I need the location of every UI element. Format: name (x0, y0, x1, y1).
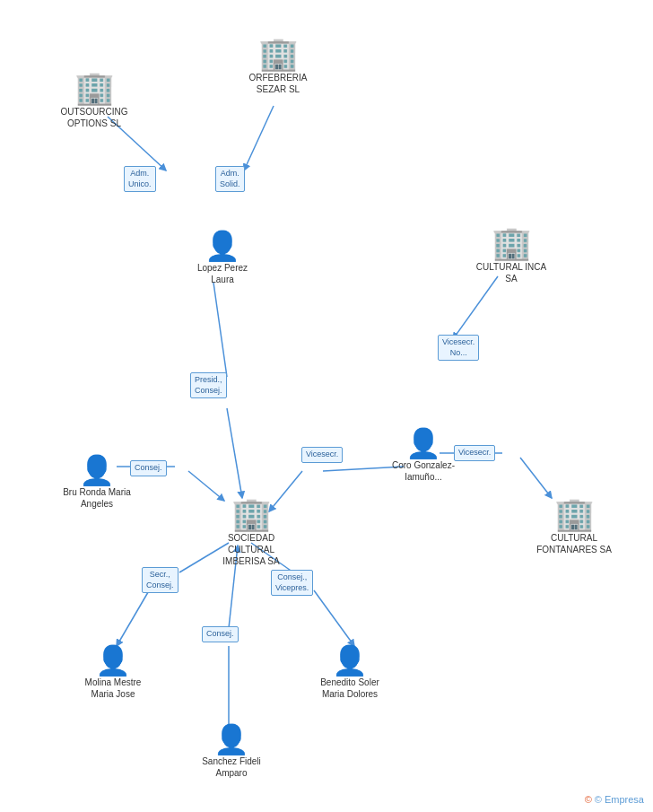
svg-line-2 (213, 283, 227, 377)
node-cultural-inca[interactable]: 🏢 CULTURAL INCA SA (475, 227, 547, 284)
svg-line-4 (453, 276, 498, 339)
person-icon-coro: 👤 (405, 429, 441, 458)
label-cultural-fontanares: CULTURAL FONTANARES SA (534, 532, 614, 555)
label-sociedad: SOCIEDAD CULTURAL IMBERISA SA (211, 532, 292, 567)
label-outsourcing: OUTSOURCING OPTIONS SL (54, 106, 135, 129)
building-icon-orfebreria: 🏢 (258, 38, 299, 70)
label-sanchez: Sanchez Fideli Amparo (196, 755, 267, 779)
badge-presid-consej: Presid.,Consej. (190, 372, 227, 398)
badge-adm-solid: Adm.Solid. (215, 166, 245, 192)
badge-consej-sanchez: Consej. (202, 626, 239, 642)
svg-line-14 (314, 590, 354, 646)
node-orfebreria[interactable]: 🏢 ORFEBRERIA SEZAR SL (242, 38, 314, 95)
node-benedito[interactable]: 👤 Benedito Soler Maria Dolores (314, 646, 386, 700)
node-molina[interactable]: 👤 Molina Mestre Maria Jose (77, 646, 149, 700)
badge-vicesecr-coro-right: Vicesecr. (454, 445, 495, 461)
label-lopez: Lopez Perez Laura (187, 262, 258, 285)
node-sociedad[interactable]: 🏢 SOCIEDAD CULTURAL IMBERISA SA (211, 498, 292, 567)
person-icon-benedito: 👤 (332, 646, 368, 675)
badge-consej-vicepres: Consej.,Vicepres. (271, 570, 313, 596)
label-benedito: Benedito Soler Maria Dolores (314, 677, 386, 700)
building-icon-outsourcing: 🏢 (74, 72, 115, 104)
node-coro[interactable]: 👤 Coro Gonzalez- Iamuño... (387, 429, 459, 483)
person-icon-lopez: 👤 (205, 231, 240, 260)
building-icon-cultural-fontanares: 🏢 (554, 498, 595, 530)
person-icon-molina: 👤 (95, 646, 131, 675)
node-bru-ronda[interactable]: 👤 Bru Ronda Maria Angeles (61, 456, 133, 510)
svg-line-10 (188, 471, 224, 501)
svg-line-8 (520, 458, 552, 498)
label-coro: Coro Gonzalez- Iamuño... (387, 459, 459, 483)
svg-line-3 (227, 408, 242, 498)
label-orfebreria: ORFEBRERIA SEZAR SL (242, 72, 314, 95)
watermark-text: © Empresa (595, 794, 644, 805)
diagram-canvas: 🏢 OUTSOURCING OPTIONS SL 🏢 ORFEBRERIA SE… (0, 0, 653, 812)
person-icon-bru-ronda: 👤 (79, 456, 115, 485)
badge-adm-unico: Adm.Unico. (124, 166, 156, 192)
building-icon-sociedad: 🏢 (231, 498, 272, 530)
badge-vicesecr-no: Vicesecr.No... (438, 335, 479, 361)
person-icon-sanchez: 👤 (213, 725, 249, 754)
badge-vicesecr-coro-left: Vicesecr. (301, 447, 343, 463)
label-cultural-inca: CULTURAL INCA SA (475, 261, 547, 284)
badge-secr-consej: Secr.,Consej. (142, 567, 178, 593)
svg-line-12 (117, 588, 151, 646)
watermark-copyright: © (585, 794, 592, 805)
node-cultural-fontanares[interactable]: 🏢 CULTURAL FONTANARES SA (534, 498, 614, 555)
svg-line-1 (244, 106, 274, 170)
watermark: © © Empresa (585, 794, 644, 805)
node-outsourcing[interactable]: 🏢 OUTSOURCING OPTIONS SL (54, 72, 135, 129)
label-molina: Molina Mestre Maria Jose (77, 677, 149, 700)
building-icon-cultural-inca: 🏢 (492, 227, 532, 259)
label-bru-ronda: Bru Ronda Maria Angeles (61, 486, 133, 510)
node-sanchez[interactable]: 👤 Sanchez Fideli Amparo (196, 725, 267, 779)
badge-consej-bru: Consej. (130, 460, 167, 476)
node-lopez[interactable]: 👤 Lopez Perez Laura (187, 231, 258, 285)
